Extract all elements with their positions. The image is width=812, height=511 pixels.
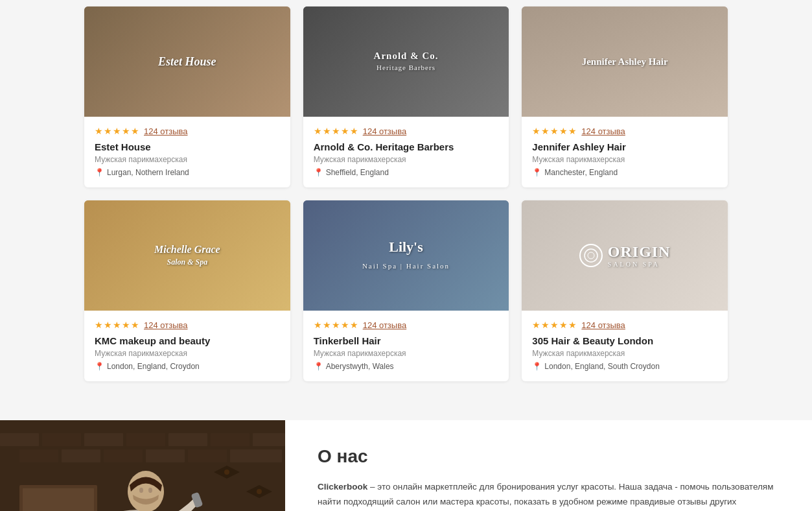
card-logo-arnold: Arnold & Co.Heritage Barbers: [374, 51, 439, 73]
card-body-arnold: ★★★★★ 124 отзыва Arnold & Co. Heritage B…: [303, 117, 509, 187]
svg-rect-9: [253, 433, 285, 446]
card-body-305hair: ★★★★★ 124 отзыва 305 Hair & Beauty Londo…: [522, 311, 728, 381]
stars-305hair: ★★★★★: [532, 320, 577, 330]
stars-jennifer: ★★★★★: [532, 126, 577, 136]
pin-icon-estet: 📍: [95, 168, 104, 177]
svg-rect-14: [188, 449, 227, 462]
card-logo-estet: Estet House: [158, 55, 216, 69]
cards-row-2: Michelle GraceSalon & Spa ★★★★★ 124 отзы…: [84, 200, 728, 381]
card-jennifer[interactable]: Jennifer Ashley Hair ★★★★★ 124 отзыва Je…: [522, 6, 728, 187]
cards-row-1: Estet House ★★★★★ 124 отзыва Estet House…: [84, 6, 728, 187]
location-text-kmc: London, England, Croydon: [107, 362, 200, 371]
svg-rect-7: [168, 433, 207, 446]
pin-icon-tinkerbell: 📍: [314, 362, 323, 371]
svg-rect-10: [19, 449, 58, 462]
card-image-estet: Estet House: [84, 6, 290, 117]
card-logo-tinkerbell: Lily'sNail Spa | Hair Salon: [362, 239, 450, 272]
review-link-estet[interactable]: 124 отзыва: [144, 126, 188, 136]
review-link-jennifer[interactable]: 124 отзыва: [581, 126, 625, 136]
about-text-1-body: – это онлайн маркетплейс для бронировани…: [318, 482, 773, 511]
svg-point-0: [585, 249, 597, 262]
card-reviews-tinkerbell: ★★★★★ 124 отзыва: [314, 320, 499, 330]
card-305hair[interactable]: ORIGIN SALON SPA ★★★★★ 124 отзыва 305 Ha…: [522, 200, 728, 381]
pin-icon-305hair: 📍: [532, 362, 542, 371]
stars-kmc: ★★★★★: [95, 320, 140, 330]
svg-point-22: [148, 488, 152, 493]
card-arnold[interactable]: Arnold & Co.Heritage Barbers ★★★★★ 124 о…: [303, 6, 509, 187]
svg-rect-15: [230, 449, 282, 462]
pin-icon-kmc: 📍: [95, 362, 104, 371]
card-location-arnold: 📍 Sheffield, England: [314, 168, 499, 177]
card-reviews-jennifer: ★★★★★ 124 отзыва: [532, 126, 717, 136]
card-estet[interactable]: Estet House ★★★★★ 124 отзыва Estet House…: [84, 6, 290, 187]
card-body-tinkerbell: ★★★★★ 124 отзыва Tinkerbell Hair Мужская…: [303, 311, 509, 381]
location-text-jennifer: Manchester, England: [544, 168, 618, 177]
card-category-tinkerbell: Мужская парикмахерская: [314, 349, 499, 358]
svg-point-20: [128, 471, 164, 511]
card-title-estet: Estet House: [95, 141, 280, 152]
svg-point-27: [224, 469, 229, 475]
svg-rect-3: [0, 433, 39, 446]
card-logo-kmc: Michelle GraceSalon & Spa: [154, 244, 220, 267]
review-link-305hair[interactable]: 124 отзыва: [581, 320, 625, 330]
card-kmc[interactable]: Michelle GraceSalon & Spa ★★★★★ 124 отзы…: [84, 200, 290, 381]
stars-estet: ★★★★★: [95, 126, 140, 136]
svg-rect-8: [211, 433, 249, 446]
card-body-kmc: ★★★★★ 124 отзыва KMC makeup and beauty М…: [84, 311, 290, 381]
svg-rect-5: [84, 433, 123, 446]
about-image: [0, 420, 285, 511]
card-reviews-estet: ★★★★★ 124 отзыва: [95, 126, 280, 136]
svg-rect-6: [126, 433, 165, 446]
about-content: О нас Clickerbook – это онлайн маркетпле…: [285, 420, 812, 511]
card-image-kmc: Michelle GraceSalon & Spa: [84, 200, 290, 311]
card-category-estet: Мужская парикмахерская: [95, 155, 280, 164]
origin-brand-text: ORIGIN: [608, 243, 671, 261]
location-text-arnold: Sheffield, England: [326, 168, 389, 177]
svg-rect-11: [62, 449, 100, 462]
svg-point-1: [588, 252, 594, 259]
card-tinkerbell[interactable]: Lily'sNail Spa | Hair Salon ★★★★★ 124 от…: [303, 200, 509, 381]
svg-rect-26: [23, 488, 94, 511]
card-image-jennifer: Jennifer Ashley Hair: [522, 6, 728, 117]
pin-icon-jennifer: 📍: [532, 168, 542, 177]
about-brand: Clickerbook: [318, 482, 367, 492]
card-location-kmc: 📍 London, England, Croydon: [95, 362, 280, 371]
card-image-305hair: ORIGIN SALON SPA: [522, 200, 728, 311]
card-title-tinkerbell: Tinkerbell Hair: [314, 335, 499, 346]
card-reviews-305hair: ★★★★★ 124 отзыва: [532, 320, 717, 330]
card-image-arnold: Arnold & Co.Heritage Barbers: [303, 6, 509, 117]
about-section: О нас Clickerbook – это онлайн маркетпле…: [0, 420, 812, 511]
svg-rect-12: [104, 449, 143, 462]
location-text-estet: Lurgan, Nothern Ireland: [107, 168, 189, 177]
cards-section: Estet House ★★★★★ 124 отзыва Estet House…: [0, 0, 812, 414]
barber-scene-svg: [0, 420, 285, 511]
pin-icon-arnold: 📍: [314, 168, 323, 177]
card-title-arnold: Arnold & Co. Heritage Barbers: [314, 141, 499, 152]
origin-circle-icon: [579, 244, 603, 267]
card-location-jennifer: 📍 Manchester, England: [532, 168, 717, 177]
stars-tinkerbell: ★★★★★: [314, 320, 359, 330]
page-wrapper: Estet House ★★★★★ 124 отзыва Estet House…: [0, 0, 812, 511]
review-link-arnold[interactable]: 124 отзыва: [363, 126, 407, 136]
review-link-tinkerbell[interactable]: 124 отзыва: [363, 320, 407, 330]
card-location-305hair: 📍 London, England, South Croydon: [532, 362, 717, 371]
about-title: О нас: [318, 446, 780, 467]
card-title-kmc: KMC makeup and beauty: [95, 335, 280, 346]
card-category-arnold: Мужская парикмахерская: [314, 155, 499, 164]
svg-point-28: [257, 489, 262, 494]
card-title-jennifer: Jennifer Ashley Hair: [532, 141, 717, 152]
card-title-305hair: 305 Hair & Beauty London: [532, 335, 717, 346]
location-text-tinkerbell: Aberystwyth, Wales: [326, 362, 394, 371]
stars-arnold: ★★★★★: [314, 126, 359, 136]
origin-sub-text: SALON SPA: [608, 261, 660, 268]
card-category-kmc: Мужская парикмахерская: [95, 349, 280, 358]
about-text-1: Clickerbook – это онлайн маркетплейс для…: [318, 480, 780, 511]
card-body-estet: ★★★★★ 124 отзыва Estet House Мужская пар…: [84, 117, 290, 187]
card-reviews-kmc: ★★★★★ 124 отзыва: [95, 320, 280, 330]
svg-point-21: [139, 488, 143, 493]
card-category-jennifer: Мужская парикмахерская: [532, 155, 717, 164]
review-link-kmc[interactable]: 124 отзыва: [144, 320, 188, 330]
card-logo-jennifer: Jennifer Ashley Hair: [582, 56, 668, 67]
card-image-tinkerbell: Lily'sNail Spa | Hair Salon: [303, 200, 509, 311]
svg-rect-13: [146, 449, 185, 462]
